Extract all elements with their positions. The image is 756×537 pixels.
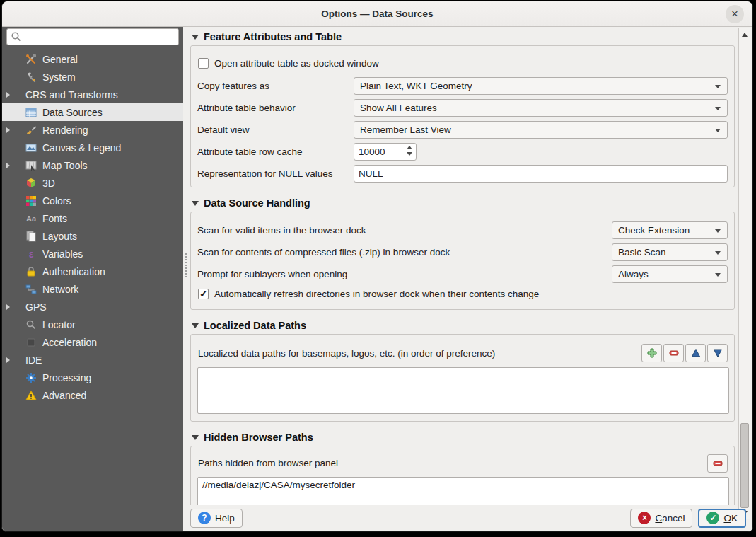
expander-icon[interactable]	[6, 163, 25, 168]
dropdown-value: Remember Last View	[360, 125, 451, 135]
localized-data-paths-groupbox: Localized data paths for basemaps, logos…	[190, 334, 735, 422]
group-title: Feature Attributes and Table	[204, 31, 342, 42]
color-palette-icon	[25, 195, 37, 207]
sidebar-item-rendering[interactable]: Rendering	[2, 121, 183, 139]
dropdown-value: Always	[618, 269, 649, 279]
sidebar-item-label: Data Sources	[42, 107, 103, 118]
hidden-path-item[interactable]: //media/delazj/CASA/mysecretfolder	[198, 478, 728, 492]
sidebar-item-locator[interactable]: Locator	[2, 316, 183, 333]
collapse-triangle-icon[interactable]	[192, 435, 199, 440]
title-bar[interactable]: Options — Data Sources ×	[2, 1, 752, 27]
sidebar-item-system[interactable]: System	[2, 68, 183, 86]
remove-path-button[interactable]	[663, 344, 684, 362]
sidebar-item-label: IDE	[25, 354, 42, 366]
sidebar-item-variables[interactable]: ε Variables	[2, 245, 183, 262]
ok-icon: ✓	[706, 512, 719, 524]
move-path-down-button[interactable]	[707, 344, 728, 362]
prompt-sublayers-label: Prompt for sublayers when opening	[197, 269, 612, 279]
scan-valid-items-dropdown[interactable]: Check Extension	[612, 221, 728, 239]
sidebar-item-layouts[interactable]: Layouts	[2, 227, 183, 245]
group-title: Hidden Browser Paths	[204, 432, 313, 443]
sidebar-item-label: Fonts	[42, 213, 67, 224]
attr-table-behavior-label: Attribute table behavior	[197, 103, 354, 113]
spin-up-icon[interactable]	[407, 146, 412, 149]
row-cache-spinner[interactable]	[354, 143, 417, 161]
group-localized-data-paths[interactable]: Localized Data Paths	[190, 318, 739, 333]
dropdown-value: Show All Features	[360, 103, 437, 113]
sidebar-item-3d[interactable]: 3D	[2, 174, 183, 192]
collapse-triangle-icon[interactable]	[192, 35, 199, 40]
group-feature-attributes[interactable]: Feature Attributes and Table	[190, 30, 739, 44]
expander-icon[interactable]	[6, 127, 25, 133]
panel-splitter[interactable]	[183, 27, 189, 531]
sidebar-item-acceleration[interactable]: Acceleration	[2, 333, 183, 351]
sidebar-item-general[interactable]: General	[2, 50, 183, 68]
null-representation-input[interactable]	[354, 165, 728, 183]
collapse-triangle-icon[interactable]	[192, 201, 199, 206]
dropdown-value: Plain Text, WKT Geometry	[360, 81, 472, 91]
network-icon	[25, 284, 37, 295]
arrow-up-icon	[690, 347, 702, 359]
sidebar-item-colors[interactable]: Colors	[2, 192, 183, 209]
plus-icon	[646, 347, 658, 359]
layouts-page-icon	[25, 231, 37, 242]
warning-triangle-icon	[25, 390, 37, 401]
spin-down-icon[interactable]	[407, 152, 412, 156]
help-button[interactable]: ? Help	[190, 509, 243, 528]
sidebar-item-label: GPS	[25, 301, 47, 313]
sidebar-item-advanced[interactable]: Advanced	[2, 386, 183, 404]
fonts-aa-icon: Aa	[25, 213, 37, 224]
prompt-sublayers-dropdown[interactable]: Always	[612, 265, 728, 283]
scroll-up-icon[interactable]	[742, 33, 748, 37]
sidebar-item-label: Variables	[42, 248, 83, 260]
row-cache-label: Attribute table row cache	[197, 146, 354, 157]
default-view-dropdown[interactable]: Remember Last View	[354, 121, 728, 139]
scrollbar-thumb[interactable]	[740, 423, 749, 508]
auto-refresh-directories-checkbox[interactable]	[198, 289, 209, 299]
sidebar-item-canvas-legend[interactable]: Canvas & Legend	[2, 139, 183, 156]
sidebar-item-map-tools[interactable]: Map Tools	[2, 156, 183, 174]
sidebar-item-network[interactable]: Network	[2, 280, 183, 298]
cancel-button-label: Cancel	[655, 513, 685, 524]
expander-icon[interactable]	[6, 304, 25, 310]
copy-features-dropdown[interactable]: Plain Text, WKT Geometry	[354, 77, 728, 95]
expander-icon[interactable]	[6, 92, 25, 98]
paintbrush-icon	[25, 125, 37, 136]
canvas-image-icon	[25, 142, 37, 154]
data-source-handling-groupbox: Scan for valid items in the browser dock…	[190, 212, 735, 310]
checkbox-label: Automatically refresh directories in bro…	[214, 289, 539, 299]
sidebar-item-fonts[interactable]: Aa Fonts	[2, 209, 183, 227]
localized-paths-list[interactable]	[197, 367, 729, 414]
group-data-source-handling[interactable]: Data Source Handling	[190, 196, 739, 210]
sidebar-item-label: Rendering	[42, 125, 88, 136]
hidden-paths-list[interactable]: //media/delazj/CASA/mysecretfolder	[197, 477, 729, 505]
attr-table-behavior-dropdown[interactable]: Show All Features	[354, 99, 728, 117]
sidebar-item-authentication[interactable]: Authentication	[2, 262, 183, 280]
sidebar-item-ide[interactable]: IDE	[2, 351, 183, 369]
vertical-scrollbar[interactable]	[738, 28, 750, 519]
close-icon[interactable]: ×	[726, 5, 744, 23]
group-title: Localized Data Paths	[204, 320, 306, 331]
search-input[interactable]	[6, 28, 179, 45]
search-icon	[11, 31, 22, 42]
sidebar-item-data-sources[interactable]: Data Sources	[2, 103, 183, 121]
move-path-up-button[interactable]	[685, 344, 706, 362]
expander-icon[interactable]	[6, 357, 25, 363]
remove-hidden-path-button[interactable]	[707, 454, 728, 473]
open-attr-table-docked-checkbox[interactable]	[198, 58, 209, 69]
cancel-button[interactable]: × Cancel	[630, 509, 692, 528]
sidebar-item-processing[interactable]: Processing	[2, 369, 183, 386]
scan-zip-dropdown[interactable]: Basic Scan	[612, 243, 728, 261]
sidebar-item-crs-and-transforms[interactable]: CRS and Transforms	[2, 86, 183, 103]
group-hidden-browser-paths[interactable]: Hidden Browser Paths	[190, 430, 739, 444]
default-view-label: Default view	[197, 125, 354, 135]
sidebar-item-gps[interactable]: GPS	[2, 298, 183, 316]
sidebar-item-label: Layouts	[42, 231, 77, 242]
group-title: Data Source Handling	[204, 197, 310, 209]
sidebar-item-label: Colors	[42, 195, 71, 207]
add-path-button[interactable]	[641, 344, 662, 362]
magnifier-icon	[25, 319, 37, 330]
ok-button[interactable]: ✓ OK	[698, 509, 746, 528]
collapse-triangle-icon[interactable]	[192, 323, 199, 328]
minus-icon	[712, 458, 723, 469]
